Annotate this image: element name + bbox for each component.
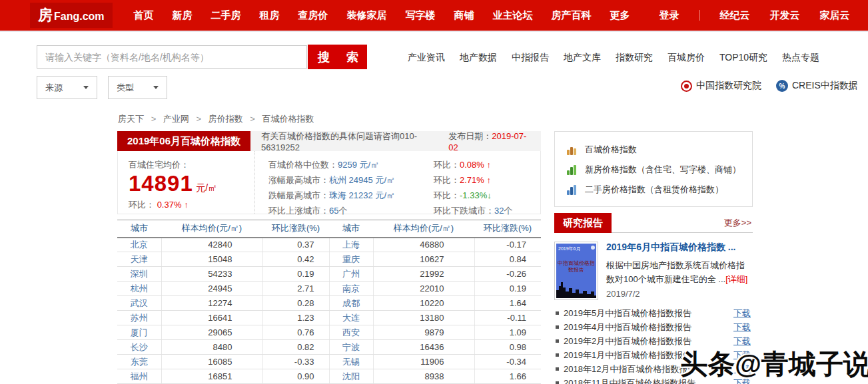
table-header-row: 城市 样本均价(元/㎡) 环比涨跌(%) 城市 样本均价(元/㎡) 环比涨跌(%… bbox=[117, 220, 541, 238]
login-link[interactable]: 登录 bbox=[659, 9, 679, 22]
quick-link[interactable]: 中指报告 bbox=[512, 52, 549, 64]
report-cover: 2019年6月 中指百城价格指数报告 bbox=[556, 244, 596, 298]
home-cloud-link[interactable]: 家居云 bbox=[820, 9, 850, 22]
detail-link[interactable]: [详细] bbox=[725, 274, 747, 284]
quick-link[interactable]: 地产文库 bbox=[564, 52, 601, 64]
report-title-link[interactable]: 2018年12月中指百城价格指数报告 bbox=[564, 363, 696, 375]
creis-link[interactable]: % CREIS中指数据 bbox=[776, 80, 858, 92]
nav-menu-item[interactable]: 业主论坛 bbox=[484, 9, 542, 22]
search-input[interactable] bbox=[37, 45, 307, 69]
download-link[interactable]: 下载 bbox=[733, 363, 751, 375]
city-cell[interactable]: 广州 bbox=[329, 267, 373, 282]
change-cell: 0.42 bbox=[262, 252, 329, 267]
index-links-box: 百城价格指数 新房价格指数（含住宅、写字楼、商铺） 二手房价格指数（含租赁价格指… bbox=[554, 131, 753, 207]
report-title-link[interactable]: 2019年2月中指百城价格指数报告 bbox=[564, 335, 691, 347]
more-reports-link[interactable]: 更多>> bbox=[724, 217, 751, 229]
city-cell[interactable]: 福州 bbox=[117, 369, 161, 384]
change-cell: 0.84 bbox=[474, 252, 541, 267]
city-cell[interactable]: 厦门 bbox=[117, 325, 161, 340]
nav-menu-item[interactable]: 商铺 bbox=[445, 9, 484, 22]
chart-icon bbox=[567, 144, 579, 155]
sidebar-item-label: 新房价格指数（含住宅、写字楼、商铺） bbox=[585, 164, 741, 176]
type-filter-dropdown[interactable]: 类型 bbox=[108, 76, 167, 99]
download-link[interactable]: 下载 bbox=[733, 307, 751, 319]
bullet-icon bbox=[556, 353, 559, 357]
report-title-link[interactable]: 2019年4月中指百城价格指数报告 bbox=[564, 321, 691, 333]
city-cell[interactable]: 宁波 bbox=[329, 340, 373, 355]
city-cell[interactable]: 西安 bbox=[329, 325, 373, 340]
city-cell[interactable]: 上海 bbox=[329, 238, 373, 252]
nav-menu-item[interactable]: 更多 bbox=[601, 9, 640, 22]
falling-cities-label: 环比下跌城市： bbox=[434, 206, 494, 216]
quick-link[interactable]: 热点专题 bbox=[782, 52, 819, 64]
featured-report-title[interactable]: 2019年6月中指百城价格指数 ... bbox=[606, 242, 753, 254]
city-cell[interactable]: 东莞 bbox=[117, 355, 161, 369]
fang-logo[interactable]: 房天下 Fang.com bbox=[30, 3, 113, 28]
breadcrumb-separator: > bbox=[151, 114, 157, 124]
index-header-bar: 2019年06月百城价格指数 有关百城价格指数的具体问题请咨询010-56319… bbox=[117, 131, 541, 151]
sidebar-item-resale-index[interactable]: 二手房价格指数（含租赁价格指数） bbox=[567, 180, 752, 200]
breadcrumb-home[interactable]: 房天下 bbox=[118, 114, 144, 124]
nav-menu-item[interactable]: 房产百科 bbox=[542, 9, 601, 22]
source-filter-dropdown[interactable]: 来源 bbox=[37, 76, 97, 99]
up-arrow-icon: ↑ bbox=[487, 160, 492, 170]
quick-link[interactable]: 地产数据 bbox=[460, 52, 497, 64]
broker-cloud-link[interactable]: 经纪云 bbox=[720, 9, 750, 22]
quick-link[interactable]: 百城房价 bbox=[667, 52, 705, 64]
sidebar-item-newhouse-index[interactable]: 新房价格指数（含住宅、写字楼、商铺） bbox=[567, 160, 752, 180]
quick-link[interactable]: TOP10研究 bbox=[719, 52, 767, 64]
publish-date-label: 发布日期： bbox=[448, 131, 492, 141]
developer-cloud-link[interactable]: 开发云 bbox=[770, 9, 800, 22]
city-cell[interactable]: 成都 bbox=[329, 296, 373, 311]
download-link[interactable]: 下载 bbox=[733, 321, 751, 333]
nav-menu-item[interactable]: 写字楼 bbox=[396, 9, 445, 22]
report-title-link[interactable]: 2019年5月中指百城价格指数报告 bbox=[564, 307, 691, 319]
quick-link[interactable]: 产业资讯 bbox=[408, 52, 445, 64]
report-title-link[interactable]: 2019年1月中指百城价格指数报告 bbox=[564, 349, 691, 361]
city-cell[interactable]: 长沙 bbox=[117, 340, 161, 355]
median-value: 9259 bbox=[338, 160, 357, 170]
bullet-icon bbox=[556, 339, 559, 343]
city-cell[interactable]: 苏州 bbox=[117, 311, 161, 325]
city-cell[interactable]: 大连 bbox=[329, 311, 373, 325]
sidebar-item-100city-index[interactable]: 百城价格指数 bbox=[567, 140, 752, 160]
nav-menu-item[interactable]: 首页 bbox=[125, 9, 163, 22]
report-list-item: 2018年11月中指百城价格指数报告 下载 bbox=[554, 376, 753, 384]
city-cell[interactable]: 无锡 bbox=[329, 355, 373, 369]
nav-menu-item[interactable]: 装修家居 bbox=[338, 9, 396, 22]
city-cell[interactable]: 杭州 bbox=[117, 282, 161, 296]
price-cell: 13180 bbox=[373, 311, 474, 325]
quick-link[interactable]: 指数研究 bbox=[616, 52, 653, 64]
change-cell: 0.76 bbox=[262, 325, 329, 340]
change-cell: 0.82 bbox=[262, 340, 329, 355]
city-cell[interactable]: 重庆 bbox=[329, 252, 373, 267]
download-link[interactable]: 下载 bbox=[733, 377, 751, 384]
report-cover-thumbnail[interactable]: 2019年6月 中指百城价格指数报告 bbox=[554, 242, 598, 300]
city-cell[interactable]: 武汉 bbox=[117, 296, 161, 311]
bullet-icon bbox=[556, 325, 559, 329]
city-cell[interactable]: 深圳 bbox=[117, 267, 161, 282]
type-filter-label: 类型 bbox=[117, 82, 134, 94]
search-button[interactable]: 搜 索 bbox=[308, 45, 367, 69]
breadcrumb-price-index[interactable]: 房价指数 bbox=[209, 114, 243, 124]
nav-menu-item[interactable]: 查房价 bbox=[289, 9, 338, 22]
cnindex-link[interactable]: 中国指数研究院 bbox=[681, 80, 761, 92]
rising-cities-value: 65 bbox=[329, 206, 338, 216]
breadcrumb-industry[interactable]: 产业网 bbox=[163, 114, 189, 124]
nav-menu-item[interactable]: 租房 bbox=[250, 9, 289, 22]
city-cell[interactable]: 北京 bbox=[117, 238, 161, 252]
avg-mom-row: 环比： 0.37% ↑ bbox=[129, 199, 254, 211]
city-cell[interactable]: 沈阳 bbox=[329, 369, 373, 384]
price-cell: 16085 bbox=[161, 355, 262, 369]
city-cell[interactable]: 南京 bbox=[329, 282, 373, 296]
mom-label: 环比： bbox=[434, 160, 460, 170]
download-link[interactable]: 下载 bbox=[733, 349, 751, 361]
download-link[interactable]: 下载 bbox=[733, 335, 751, 347]
chevron-down-icon bbox=[83, 86, 89, 89]
nav-menu-item[interactable]: 二手房 bbox=[202, 9, 250, 22]
featured-report-desc: 根据中国房地产指数系统百城价格指数对100个城市新建住宅的全 ...[详细] bbox=[606, 258, 753, 287]
report-list-item: 2019年1月中指百城价格指数报告 下载 bbox=[554, 348, 753, 362]
report-title-link[interactable]: 2018年11月中指百城价格指数报告 bbox=[564, 377, 695, 384]
city-cell[interactable]: 天津 bbox=[117, 252, 161, 267]
nav-menu-item[interactable]: 新房 bbox=[163, 9, 202, 22]
